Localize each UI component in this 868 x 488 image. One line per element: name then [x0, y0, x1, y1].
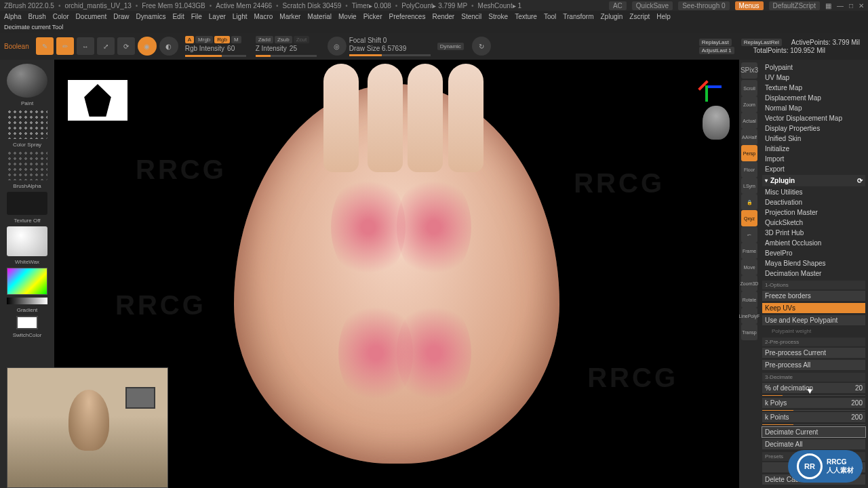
- menu-stroke[interactable]: Stroke: [488, 13, 508, 20]
- plugin-item-misc-utilities[interactable]: Misc Utilities: [762, 187, 865, 197]
- history-icon[interactable]: ↻: [472, 37, 491, 56]
- decimate-current-button[interactable]: Decimate Current: [762, 427, 865, 437]
- color-picker[interactable]: [7, 268, 47, 295]
- model-preview[interactable]: [214, 64, 580, 484]
- panel-item-vector-displacement-map[interactable]: Vector Displacement Map: [762, 113, 865, 123]
- sync-icon[interactable]: ⟳: [857, 177, 863, 184]
- rtool-floor[interactable]: Floor: [741, 161, 757, 178]
- panel-item-display-properties[interactable]: Display Properties: [762, 123, 865, 134]
- plugin-item-3d-print-hub[interactable]: 3D Print Hub: [762, 228, 865, 238]
- z-intensity-value[interactable]: 25: [290, 45, 297, 52]
- mrgb-chip[interactable]: Mrgb: [195, 36, 213, 43]
- preprocess-all-button[interactable]: Pre-process All: [762, 360, 865, 370]
- plugin-item-quicksketch[interactable]: QuickSketch: [762, 218, 865, 228]
- rtool-rotate[interactable]: Rotate: [741, 291, 757, 308]
- menu-edit[interactable]: Edit: [172, 13, 184, 20]
- rtool-linepolyf[interactable]: LinePolyF: [741, 308, 757, 324]
- maximize-icon[interactable]: □: [849, 2, 853, 9]
- menu-picker[interactable]: Picker: [363, 13, 382, 20]
- zplugin-header[interactable]: ▾ Zplugin ⟳: [762, 175, 865, 186]
- rtool-transp[interactable]: Transp: [741, 324, 757, 340]
- menu-dynamics[interactable]: Dynamics: [136, 13, 166, 20]
- kpoints-slider[interactable]: [762, 424, 865, 425]
- rtool-move[interactable]: Move: [741, 259, 757, 275]
- keep-uvs-button[interactable]: Keep UVs: [762, 303, 865, 313]
- plugin-item-bevelpro[interactable]: BevelPro: [762, 248, 865, 258]
- boolean-label[interactable]: Boolean: [4, 43, 29, 50]
- move-mode-button[interactable]: ↔: [77, 37, 94, 55]
- gradient-strip[interactable]: [7, 298, 47, 304]
- menu-texture[interactable]: Texture: [515, 13, 537, 20]
- stroke-swatch[interactable]: [7, 109, 47, 139]
- menu-macro[interactable]: Macro: [254, 13, 273, 20]
- menu-file[interactable]: File: [191, 13, 202, 20]
- defaultzscript-button[interactable]: DefaultZScript: [769, 1, 820, 10]
- panel-item-uv-map[interactable]: UV Map: [762, 73, 865, 83]
- preprocess-current-button[interactable]: Pre-process Current: [762, 348, 865, 358]
- close-icon[interactable]: ✕: [859, 2, 864, 9]
- menu-brush[interactable]: Brush: [28, 13, 46, 20]
- rtool-scroll[interactable]: Scroll: [741, 80, 757, 96]
- rtool-zoom[interactable]: Zoom: [741, 96, 757, 113]
- rtool-actual[interactable]: Actual: [741, 113, 757, 129]
- draw-size-value[interactable]: 6.57639: [382, 45, 406, 52]
- menu-preferences[interactable]: Preferences: [389, 13, 425, 20]
- switch-color-swatch[interactable]: [16, 316, 38, 329]
- keep-polypaint-button[interactable]: Use and Keep Polypaint: [762, 315, 865, 325]
- plugin-item-decimation-master[interactable]: Decimation Master: [762, 268, 865, 279]
- menu-document[interactable]: Document: [76, 13, 107, 20]
- panel-item-import[interactable]: Import: [762, 154, 865, 164]
- plugin-item-projection-master[interactable]: Projection Master: [762, 207, 865, 218]
- spix-button[interactable]: SPix 3: [741, 62, 757, 79]
- panel-item-polypaint[interactable]: Polypaint: [762, 62, 865, 73]
- kpolys-slider[interactable]: [762, 410, 865, 411]
- menu-render[interactable]: Render: [432, 13, 454, 20]
- menu-marker[interactable]: Marker: [279, 13, 300, 20]
- rtool-persp[interactable]: Persp: [741, 145, 757, 161]
- menu-draw[interactable]: Draw: [113, 13, 129, 20]
- rtool-aahalf[interactable]: AAHalf: [741, 129, 757, 145]
- z-intensity-slider[interactable]: [256, 55, 317, 57]
- rtool-[interactable]: ⤺: [741, 226, 757, 243]
- menu-zplugin[interactable]: Zplugin: [601, 13, 623, 20]
- zsub-chip[interactable]: Zsub: [275, 36, 292, 43]
- draw-size-slider[interactable]: [349, 54, 431, 56]
- ac-toggle[interactable]: AC: [609, 1, 627, 10]
- dynamic-chip[interactable]: Dynamic: [437, 43, 464, 50]
- kpoints-field[interactable]: k Points200: [762, 412, 865, 422]
- plugin-item-ambient-occlusion[interactable]: Ambient Occlusion: [762, 238, 865, 248]
- alpha-swatch[interactable]: [7, 150, 47, 180]
- focal-icon[interactable]: ◎: [328, 37, 347, 56]
- replay-lastrel-button[interactable]: ReplayLastRel: [741, 39, 782, 46]
- rtool-frame[interactable]: Frame: [741, 243, 757, 259]
- minimize-icon[interactable]: —: [837, 2, 844, 9]
- rgb-intensity-value[interactable]: 60: [227, 45, 235, 52]
- m-chip[interactable]: M: [231, 36, 241, 43]
- quicksave-button[interactable]: QuickSave: [632, 1, 673, 10]
- menus-button[interactable]: Menus: [735, 1, 764, 10]
- menu-tool[interactable]: Tool: [544, 13, 556, 20]
- menu-layer[interactable]: Layer: [209, 13, 226, 20]
- replay-last-button[interactable]: ReplayLast: [699, 39, 732, 46]
- zadd-chip[interactable]: Zadd: [256, 36, 273, 43]
- panel-item-texture-map[interactable]: Texture Map: [762, 83, 865, 93]
- zcut-chip[interactable]: Zcut: [294, 36, 310, 43]
- menu-light[interactable]: Light: [233, 13, 248, 20]
- menu-help[interactable]: Help: [656, 13, 671, 20]
- gizmo-button[interactable]: ◉: [138, 37, 157, 56]
- texture-swatch[interactable]: [7, 192, 47, 215]
- menu-transform[interactable]: Transform: [563, 13, 593, 20]
- freeze-borders-button[interactable]: Freeze borders: [762, 291, 865, 301]
- panel-item-initialize[interactable]: Initialize: [762, 144, 865, 154]
- menu-color[interactable]: Color: [53, 13, 69, 20]
- sculptris-button[interactable]: ◐: [159, 37, 178, 56]
- draw-mode-button[interactable]: ✏: [56, 37, 74, 55]
- rtool-lsym[interactable]: LSym: [741, 178, 757, 194]
- menu-material[interactable]: Material: [307, 13, 332, 20]
- rgb-chip[interactable]: Rgb: [214, 36, 230, 43]
- plugin-item-maya-blend-shapes[interactable]: Maya Blend Shapes: [762, 258, 865, 268]
- rtool-zoom3d[interactable]: Zoom3D: [741, 275, 757, 291]
- menu-alpha[interactable]: Alpha: [4, 13, 22, 20]
- focal-shift-value[interactable]: 0: [383, 37, 387, 44]
- plugin-item-deactivation[interactable]: Deactivation: [762, 197, 865, 207]
